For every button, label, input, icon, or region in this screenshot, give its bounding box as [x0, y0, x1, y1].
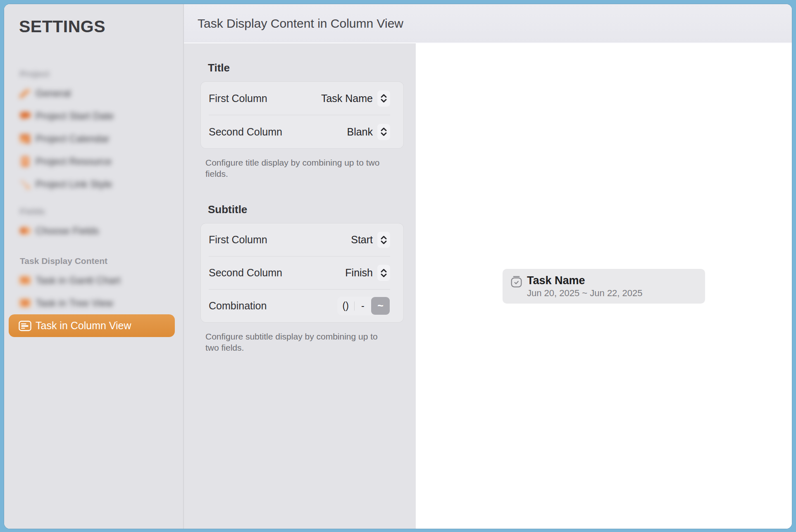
start-date-icon [18, 109, 32, 123]
chevron-up-down-icon[interactable] [377, 124, 390, 140]
sidebar-item-label: Project Start Date [36, 110, 114, 122]
sidebar-item-label: Project Resource [36, 156, 112, 167]
subtitle-card: First Column Start Second Column [201, 223, 403, 322]
subtitle-section-caption: Configure subtitle display by combining … [205, 331, 389, 353]
title-first-column-popup[interactable]: Task Name [321, 90, 390, 107]
chevron-up-down-icon[interactable] [377, 265, 390, 281]
settings-sidebar: SETTINGS Project General [4, 4, 183, 529]
subtitle-second-column-popup[interactable]: Finish [345, 265, 390, 281]
title-second-column-popup[interactable]: Blank [347, 124, 390, 140]
sidebar-item-label: Project Link Style [36, 178, 112, 190]
popup-value: Start [351, 234, 373, 246]
combination-row: Combination () - ~ [201, 290, 403, 322]
sidebar-item-label: Project Calendar [36, 133, 110, 145]
row-label: First Column [209, 93, 267, 104]
sidebar-item-general[interactable]: General [9, 82, 175, 104]
subtitle-first-column-popup[interactable]: Start [351, 232, 390, 248]
sidebar-section-fields: Fields Choose Fields [4, 206, 183, 242]
sidebar-item-label: Choose Fields [36, 225, 99, 237]
title-section-heading: Title [208, 61, 403, 74]
row-label: Combination [209, 300, 267, 312]
section-label-task-display-content: Task Display Content [20, 256, 183, 266]
segment-dash[interactable]: - [355, 300, 372, 311]
subtitle-second-column-row: Second Column Finish [201, 256, 403, 289]
gantt-card-icon [18, 273, 32, 287]
row-label: First Column [209, 234, 267, 246]
main-area: Task Display Content in Column View Titl… [184, 4, 792, 529]
settings-window: SETTINGS Project General [4, 4, 792, 529]
title-first-column-row: First Column Task Name [201, 82, 403, 115]
sidebar-item-choose-fields[interactable]: Choose Fields [9, 219, 175, 242]
popup-value: Blank [347, 126, 373, 138]
preview-panel: Task Name Jun 20, 2025 ~ Jun 22, 2025 [416, 43, 792, 529]
title-card: First Column Task Name Second Co [201, 82, 403, 148]
row-label: Second Column [209, 126, 282, 138]
popup-value: Task Name [321, 93, 373, 104]
subtitle-section-heading: Subtitle [208, 203, 403, 216]
chevron-up-down-icon[interactable] [377, 232, 390, 248]
section-label-fields: Fields [20, 206, 183, 217]
resource-icon [18, 154, 32, 168]
task-check-icon [510, 275, 523, 289]
task-preview-card: Task Name Jun 20, 2025 ~ Jun 22, 2025 [503, 269, 705, 304]
tree-card-icon [18, 296, 32, 310]
sidebar-item-label: General [36, 88, 71, 99]
title-second-column-row: Second Column Blank [201, 115, 403, 148]
sidebar-item-task-in-column-view[interactable]: Task in Column View [9, 314, 175, 337]
subtitle-first-column-row: First Column Start [201, 223, 403, 256]
page-title: Task Display Content in Column View [198, 17, 403, 31]
sidebar-title: SETTINGS [19, 17, 183, 36]
preview-task-title: Task Name [527, 274, 643, 287]
combination-segmented-control: () - ~ [337, 297, 390, 315]
main-header: Task Display Content in Column View [184, 4, 792, 43]
sidebar-section-project: Project General Project Start [4, 69, 183, 195]
sidebar-item-project-link-style[interactable]: Project Link Style [9, 173, 175, 195]
sidebar-item-project-calendar[interactable]: Project Calendar [9, 127, 175, 150]
sidebar-item-label: Task in Gantt Chart [36, 275, 120, 286]
sidebar-section-task-display-content: Task Display Content Task in Gantt Chart [4, 256, 183, 337]
column-card-icon [18, 319, 32, 332]
calendar-icon [18, 132, 32, 145]
link-icon [18, 177, 32, 191]
sidebar-item-label: Task in Column View [36, 320, 131, 332]
sidebar-item-task-in-tree-view[interactable]: Task in Tree View [9, 292, 175, 314]
preview-task-dates: Jun 20, 2025 ~ Jun 22, 2025 [527, 288, 643, 299]
sidebar-item-project-resource[interactable]: Project Resource [9, 150, 175, 173]
segment-tilde-selected[interactable]: ~ [371, 297, 390, 315]
row-label: Second Column [209, 267, 282, 279]
popup-value: Finish [345, 267, 373, 279]
chevron-up-down-icon[interactable] [377, 90, 390, 107]
title-section-caption: Configure title display by combining up … [205, 157, 389, 179]
pencil-icon [18, 86, 32, 100]
segment-parentheses[interactable]: () [337, 300, 354, 311]
fields-icon [18, 224, 32, 238]
settings-panel: Title First Column Task Name [184, 43, 416, 529]
sidebar-item-label: Task in Tree View [36, 297, 113, 309]
sidebar-item-task-in-gantt-chart[interactable]: Task in Gantt Chart [9, 269, 175, 292]
section-label-project: Project [20, 69, 183, 79]
sidebar-item-project-start-date[interactable]: Project Start Date [9, 104, 175, 127]
